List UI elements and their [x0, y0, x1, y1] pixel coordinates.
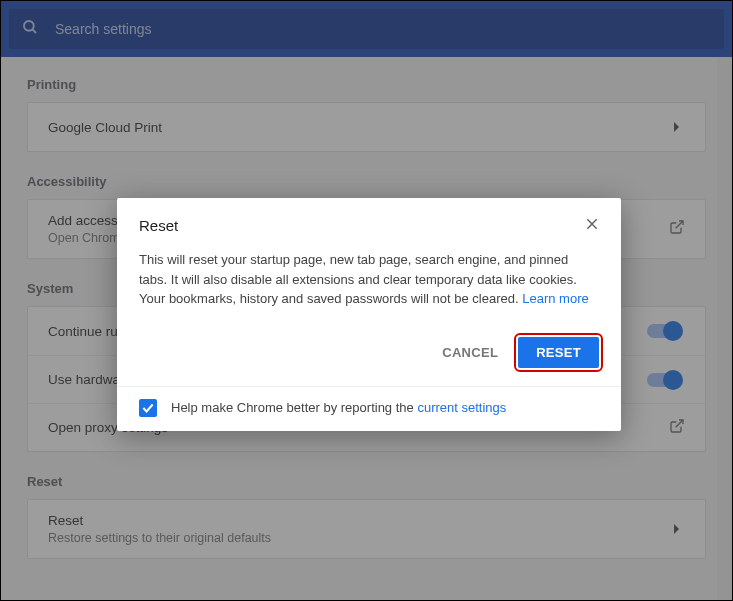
cancel-button[interactable]: CANCEL: [432, 337, 508, 368]
reset-button[interactable]: RESET: [518, 337, 599, 368]
dialog-title: Reset: [139, 217, 178, 234]
close-icon[interactable]: [585, 216, 599, 234]
help-prefix: Help make Chrome better by reporting the: [171, 400, 417, 415]
dialog-body: This will reset your startup page, new t…: [117, 242, 621, 313]
current-settings-link[interactable]: current settings: [417, 400, 506, 415]
dialog-body-text: This will reset your startup page, new t…: [139, 252, 577, 306]
reset-dialog: Reset This will reset your startup page,…: [117, 198, 621, 431]
help-checkbox[interactable]: [139, 399, 157, 417]
help-label: Help make Chrome better by reporting the…: [171, 400, 506, 415]
learn-more-link[interactable]: Learn more: [522, 291, 588, 306]
